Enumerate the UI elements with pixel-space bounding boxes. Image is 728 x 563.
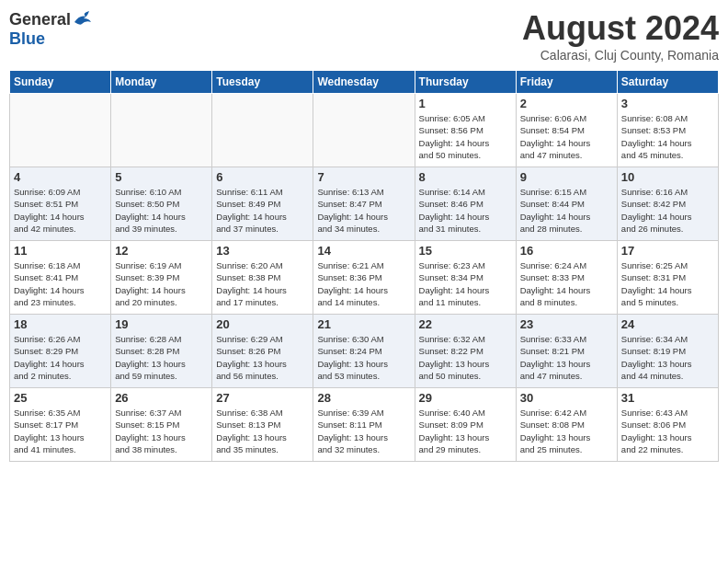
- calendar-day-cell: 17Sunrise: 6:25 AM Sunset: 8:31 PM Dayli…: [617, 241, 718, 315]
- calendar-day-cell: 4Sunrise: 6:09 AM Sunset: 8:51 PM Daylig…: [10, 167, 111, 241]
- day-number: 31: [621, 391, 714, 405]
- weekday-header: Monday: [111, 71, 212, 94]
- day-info-text: Sunrise: 6:24 AM Sunset: 8:33 PM Dayligh…: [520, 259, 613, 308]
- day-info-text: Sunrise: 6:28 AM Sunset: 8:28 PM Dayligh…: [115, 333, 208, 382]
- calendar-day-cell: 22Sunrise: 6:32 AM Sunset: 8:22 PM Dayli…: [415, 315, 516, 388]
- title-section: August 2024 Calarasi, Cluj County, Roman…: [522, 9, 719, 63]
- calendar-week-row: 25Sunrise: 6:35 AM Sunset: 8:17 PM Dayli…: [10, 388, 719, 462]
- day-number: 16: [520, 244, 613, 258]
- day-number: 29: [419, 391, 512, 405]
- calendar-day-cell: 10Sunrise: 6:16 AM Sunset: 8:42 PM Dayli…: [617, 167, 718, 241]
- calendar-header-row: SundayMondayTuesdayWednesdayThursdayFrid…: [10, 71, 719, 94]
- day-info-text: Sunrise: 6:43 AM Sunset: 8:06 PM Dayligh…: [621, 407, 714, 455]
- calendar-day-cell: 6Sunrise: 6:11 AM Sunset: 8:49 PM Daylig…: [212, 167, 313, 241]
- day-info-text: Sunrise: 6:16 AM Sunset: 8:42 PM Dayligh…: [621, 186, 714, 235]
- day-info-text: Sunrise: 6:09 AM Sunset: 8:51 PM Dayligh…: [14, 186, 107, 235]
- day-number: 18: [14, 317, 107, 331]
- day-number: 12: [115, 244, 208, 258]
- day-info-text: Sunrise: 6:15 AM Sunset: 8:44 PM Dayligh…: [520, 186, 613, 235]
- calendar-day-cell: [313, 94, 415, 167]
- calendar-day-cell: 15Sunrise: 6:23 AM Sunset: 8:34 PM Dayli…: [415, 241, 516, 315]
- day-info-text: Sunrise: 6:05 AM Sunset: 8:56 PM Dayligh…: [419, 112, 512, 161]
- day-number: 11: [14, 244, 107, 258]
- weekday-header: Tuesday: [212, 71, 313, 94]
- logo: General Blue: [9, 9, 93, 49]
- day-info-text: Sunrise: 6:37 AM Sunset: 8:15 PM Dayligh…: [115, 407, 208, 455]
- day-number: 4: [14, 170, 107, 184]
- calendar-day-cell: 25Sunrise: 6:35 AM Sunset: 8:17 PM Dayli…: [10, 388, 111, 462]
- day-info-text: Sunrise: 6:06 AM Sunset: 8:54 PM Dayligh…: [520, 112, 613, 161]
- month-title: August 2024: [522, 9, 719, 48]
- calendar-day-cell: 11Sunrise: 6:18 AM Sunset: 8:41 PM Dayli…: [10, 241, 111, 315]
- calendar-day-cell: 3Sunrise: 6:08 AM Sunset: 8:53 PM Daylig…: [617, 94, 718, 167]
- day-number: 20: [216, 317, 309, 331]
- day-info-text: Sunrise: 6:18 AM Sunset: 8:41 PM Dayligh…: [14, 259, 107, 308]
- day-info-text: Sunrise: 6:39 AM Sunset: 8:11 PM Dayligh…: [317, 407, 410, 455]
- calendar-week-row: 4Sunrise: 6:09 AM Sunset: 8:51 PM Daylig…: [10, 167, 719, 241]
- location-text: Calarasi, Cluj County, Romania: [522, 48, 719, 63]
- calendar-day-cell: 14Sunrise: 6:21 AM Sunset: 8:36 PM Dayli…: [313, 241, 415, 315]
- calendar-week-row: 18Sunrise: 6:26 AM Sunset: 8:29 PM Dayli…: [10, 315, 719, 388]
- day-info-text: Sunrise: 6:32 AM Sunset: 8:22 PM Dayligh…: [419, 333, 512, 382]
- logo-bird-icon: [73, 9, 93, 29]
- day-number: 9: [520, 170, 613, 184]
- day-info-text: Sunrise: 6:21 AM Sunset: 8:36 PM Dayligh…: [317, 259, 410, 308]
- calendar-day-cell: 23Sunrise: 6:33 AM Sunset: 8:21 PM Dayli…: [516, 315, 617, 388]
- day-info-text: Sunrise: 6:26 AM Sunset: 8:29 PM Dayligh…: [14, 333, 107, 382]
- calendar-day-cell: 9Sunrise: 6:15 AM Sunset: 8:44 PM Daylig…: [516, 167, 617, 241]
- day-number: 1: [419, 97, 512, 110]
- day-number: 22: [419, 317, 512, 331]
- calendar-day-cell: 29Sunrise: 6:40 AM Sunset: 8:09 PM Dayli…: [415, 388, 516, 462]
- calendar-day-cell: 12Sunrise: 6:19 AM Sunset: 8:39 PM Dayli…: [111, 241, 212, 315]
- weekday-header: Saturday: [617, 71, 718, 94]
- logo-blue-text: Blue: [9, 29, 45, 49]
- day-number: 28: [317, 391, 410, 405]
- calendar-day-cell: 1Sunrise: 6:05 AM Sunset: 8:56 PM Daylig…: [415, 94, 516, 167]
- day-info-text: Sunrise: 6:19 AM Sunset: 8:39 PM Dayligh…: [115, 259, 208, 308]
- day-info-text: Sunrise: 6:34 AM Sunset: 8:19 PM Dayligh…: [621, 333, 714, 382]
- calendar-day-cell: 2Sunrise: 6:06 AM Sunset: 8:54 PM Daylig…: [516, 94, 617, 167]
- day-info-text: Sunrise: 6:29 AM Sunset: 8:26 PM Dayligh…: [216, 333, 309, 382]
- logo-general-text: General: [9, 10, 71, 29]
- calendar-day-cell: 20Sunrise: 6:29 AM Sunset: 8:26 PM Dayli…: [212, 315, 313, 388]
- calendar-day-cell: [111, 94, 212, 167]
- calendar-day-cell: 5Sunrise: 6:10 AM Sunset: 8:50 PM Daylig…: [111, 167, 212, 241]
- day-info-text: Sunrise: 6:38 AM Sunset: 8:13 PM Dayligh…: [216, 407, 309, 455]
- day-info-text: Sunrise: 6:25 AM Sunset: 8:31 PM Dayligh…: [621, 259, 714, 308]
- day-number: 14: [317, 244, 410, 258]
- calendar-day-cell: 31Sunrise: 6:43 AM Sunset: 8:06 PM Dayli…: [617, 388, 718, 462]
- day-number: 8: [419, 170, 512, 184]
- calendar-day-cell: 18Sunrise: 6:26 AM Sunset: 8:29 PM Dayli…: [10, 315, 111, 388]
- calendar-day-cell: [212, 94, 313, 167]
- calendar-day-cell: 16Sunrise: 6:24 AM Sunset: 8:33 PM Dayli…: [516, 241, 617, 315]
- day-info-text: Sunrise: 6:13 AM Sunset: 8:47 PM Dayligh…: [317, 186, 410, 235]
- weekday-header: Friday: [516, 71, 617, 94]
- day-number: 2: [520, 97, 613, 110]
- day-number: 13: [216, 244, 309, 258]
- day-number: 19: [115, 317, 208, 331]
- calendar-day-cell: 7Sunrise: 6:13 AM Sunset: 8:47 PM Daylig…: [313, 167, 415, 241]
- day-info-text: Sunrise: 6:35 AM Sunset: 8:17 PM Dayligh…: [14, 407, 107, 455]
- day-number: 7: [317, 170, 410, 184]
- day-info-text: Sunrise: 6:33 AM Sunset: 8:21 PM Dayligh…: [520, 333, 613, 382]
- day-number: 30: [520, 391, 613, 405]
- day-number: 27: [216, 391, 309, 405]
- day-number: 25: [14, 391, 107, 405]
- day-info-text: Sunrise: 6:08 AM Sunset: 8:53 PM Dayligh…: [621, 112, 714, 161]
- day-number: 24: [621, 317, 714, 331]
- calendar-day-cell: 13Sunrise: 6:20 AM Sunset: 8:38 PM Dayli…: [212, 241, 313, 315]
- day-info-text: Sunrise: 6:30 AM Sunset: 8:24 PM Dayligh…: [317, 333, 410, 382]
- calendar-day-cell: [10, 94, 111, 167]
- day-number: 6: [216, 170, 309, 184]
- page-header: General Blue August 2024 Calarasi, Cluj …: [9, 9, 719, 63]
- calendar-day-cell: 27Sunrise: 6:38 AM Sunset: 8:13 PM Dayli…: [212, 388, 313, 462]
- calendar-day-cell: 30Sunrise: 6:42 AM Sunset: 8:08 PM Dayli…: [516, 388, 617, 462]
- calendar-day-cell: 19Sunrise: 6:28 AM Sunset: 8:28 PM Dayli…: [111, 315, 212, 388]
- weekday-header: Thursday: [415, 71, 516, 94]
- day-info-text: Sunrise: 6:14 AM Sunset: 8:46 PM Dayligh…: [419, 186, 512, 235]
- day-number: 3: [621, 97, 714, 110]
- day-info-text: Sunrise: 6:11 AM Sunset: 8:49 PM Dayligh…: [216, 186, 309, 235]
- calendar-week-row: 1Sunrise: 6:05 AM Sunset: 8:56 PM Daylig…: [10, 94, 719, 167]
- day-number: 26: [115, 391, 208, 405]
- calendar-week-row: 11Sunrise: 6:18 AM Sunset: 8:41 PM Dayli…: [10, 241, 719, 315]
